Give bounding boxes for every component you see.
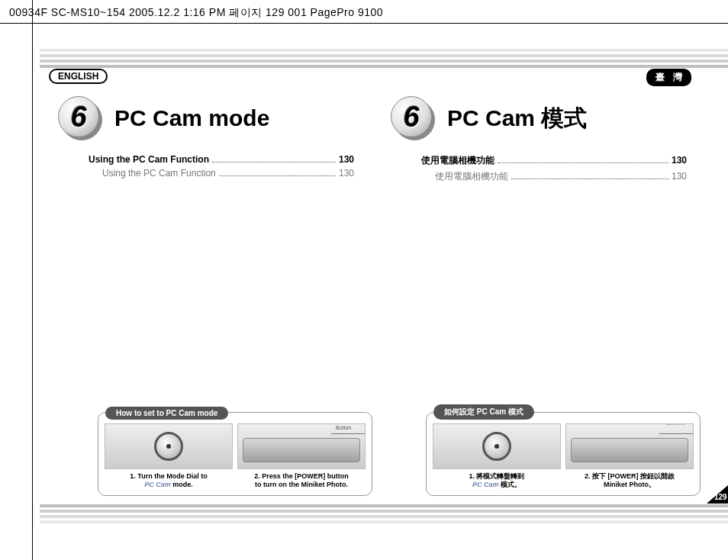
step2-text-a: 2. 按下 [POWER] 按鈕以開啟 (585, 472, 675, 480)
decorative-stripes-bottom (40, 504, 728, 523)
step2-text-a: 2. Press the [POWER] button (254, 472, 349, 480)
table-of-contents-right: 使用電腦相機功能 130 使用電腦相機功能 130 (421, 154, 687, 183)
step1-text-em: PC Cam (472, 481, 499, 488)
step1-text-a: 1. Turn the Mode Dial to (130, 472, 207, 480)
step1-text-em: PC Cam (144, 481, 171, 488)
toc-leader-dots (498, 163, 668, 163)
toc-entry-sub: 使用電腦相機功能 130 (421, 170, 687, 183)
toc-label: Using the PC Cam Function (89, 154, 209, 165)
howto-step-2: 電源按鈕 2. 按下 [POWER] 按鈕以開啟 Miniket Photo。 (565, 423, 694, 490)
toc-entry: Using the PC Cam Function 130 (89, 154, 354, 165)
chapter-number-badge: 6 (391, 96, 435, 140)
column-chinese: 6 PC Cam 模式 使用電腦相機功能 130 使用電腦相機功能 130 (382, 96, 702, 186)
toc-page: 130 (339, 168, 354, 179)
chapter-number: 6 (403, 101, 419, 134)
toc-leader-dots (511, 179, 668, 179)
power-button-label: 電源按鈕 (664, 423, 694, 425)
power-button-label: PowerButton (336, 423, 366, 430)
page-number: 129 (714, 493, 727, 501)
power-button-illustration: 電源按鈕 (565, 423, 694, 469)
howto-step-1: 1. 將模式轉盤轉到 PC Cam 模式。 (433, 423, 561, 490)
step1-text-c: mode. (171, 481, 193, 488)
language-badge-english: ENGLISH (49, 69, 108, 84)
print-header: 00934F SC-MS10~154 2005.12.2 1:16 PM 페이지… (9, 6, 383, 20)
chapter-title-left: PC Cam mode (114, 105, 269, 131)
howto-title-left: How to set to PC Cam mode (105, 407, 228, 420)
crop-mark-top (0, 23, 728, 24)
chapter-heading-right: 6 PC Cam 模式 (391, 96, 702, 140)
step1-text-a: 1. 將模式轉盤轉到 (469, 472, 524, 480)
table-of-contents-left: Using the PC Cam Function 130 Using the … (89, 154, 354, 179)
chapter-number-badge: 6 (58, 96, 102, 140)
toc-label: 使用電腦相機功能 (435, 170, 508, 183)
howto-title-right: 如何設定 PC Cam 模式 (433, 404, 534, 420)
toc-page: 130 (672, 171, 687, 182)
decorative-stripes-top (40, 49, 728, 68)
step1-text-c: 模式。 (498, 481, 521, 488)
howto-step-1: 1. Turn the Mode Dial to PC Cam mode. (105, 423, 233, 490)
step1-caption: 1. 將模式轉盤轉到 PC Cam 模式。 (469, 472, 524, 490)
power-button-illustration: PowerButton (237, 423, 366, 469)
chapter-title-right: PC Cam 模式 (447, 103, 587, 134)
toc-label: Using the PC Cam Function (102, 168, 216, 179)
mode-dial-illustration (433, 423, 561, 469)
chapter-heading-left: 6 PC Cam mode (58, 96, 369, 140)
toc-label: 使用電腦相機功能 (421, 154, 494, 167)
toc-leader-dots (219, 175, 336, 176)
mode-dial-illustration (105, 423, 233, 469)
column-english: 6 PC Cam mode Using the PC Cam Function … (49, 96, 369, 182)
crop-mark-left (32, 0, 33, 560)
step2-text-b: Miniket Photo。 (604, 481, 656, 488)
toc-page: 130 (672, 155, 687, 166)
chapter-number: 6 (70, 101, 86, 134)
toc-entry: 使用電腦相機功能 130 (421, 154, 687, 167)
step2-text-b: to turn on the Miniket Photo. (255, 481, 348, 488)
step1-caption: 1. Turn the Mode Dial to PC Cam mode. (130, 472, 207, 490)
language-badge-taiwan: 臺 灣 (646, 69, 691, 86)
toc-entry-sub: Using the PC Cam Function 130 (89, 168, 354, 179)
howto-step-2: PowerButton 2. Press the [POWER] button … (237, 423, 366, 490)
page-number-marker: 129 (707, 485, 728, 504)
howto-box-right: 如何設定 PC Cam 模式 1. 將模式轉盤轉到 PC Cam 模式。 電源按… (426, 404, 701, 497)
howto-box-left: How to set to PC Cam mode 1. Turn the Mo… (98, 405, 372, 497)
toc-leader-dots (212, 162, 336, 163)
toc-page: 130 (339, 154, 354, 165)
step2-caption: 2. Press the [POWER] button to turn on t… (254, 472, 349, 490)
page-spread: ENGLISH 臺 灣 6 PC Cam mode Using the PC C… (40, 35, 728, 560)
step2-caption: 2. 按下 [POWER] 按鈕以開啟 Miniket Photo。 (585, 472, 675, 490)
